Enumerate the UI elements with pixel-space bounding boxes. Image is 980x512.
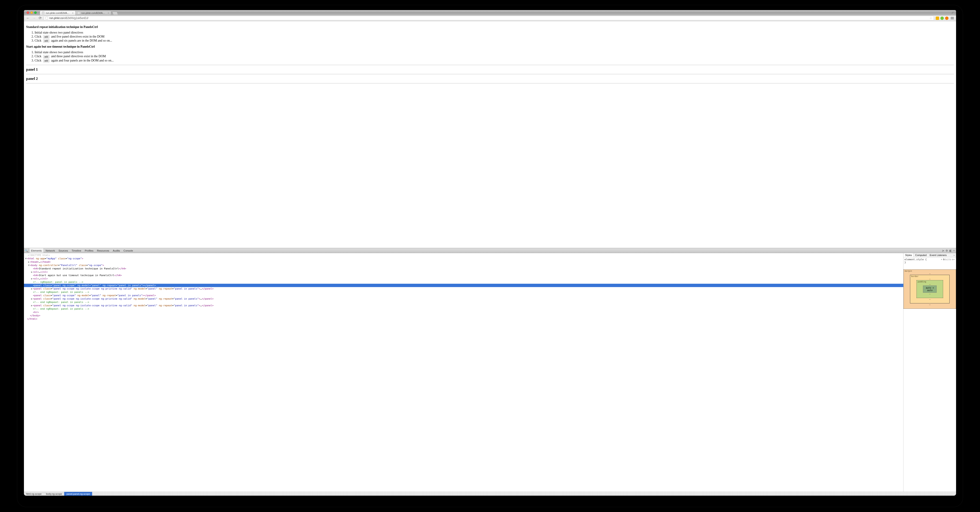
list-text: again and four panels are in the DOM and…: [51, 59, 114, 62]
elements-node[interactable]: <h4>Standard repeat initialization techn…: [24, 267, 904, 270]
elements-node[interactable]: ▶<panel class="panel ng-scope ng-isolate…: [24, 287, 904, 291]
elements-node[interactable]: <hr>: [24, 310, 904, 314]
toggle-state-icon[interactable]: �ósito: [943, 258, 951, 261]
panel-heading-1: panel 1: [26, 67, 954, 72]
window-minimize-button[interactable]: [30, 11, 33, 14]
close-icon[interactable]: ×: [72, 12, 73, 14]
crumb-panel[interactable]: panel.panel.ng-scope: [64, 492, 92, 496]
list-item: Initial state shows two panel directives: [35, 31, 954, 35]
dock-icon[interactable]: ◧: [949, 249, 952, 252]
dash: –: [929, 298, 931, 301]
elements-node[interactable]: <!-- end ngRepeat: panel in panels -->: [24, 301, 904, 304]
elements-node[interactable]: ▼<html ng-app="myApp" class="ng-scope">: [24, 257, 904, 260]
chrome-menu-button[interactable]: [950, 16, 954, 20]
elements-node[interactable]: <!-- end ngRepeat: panel in panels -->: [24, 291, 904, 294]
box-model-content[interactable]: auto × auto: [923, 286, 937, 293]
elements-node[interactable]: <!-- end ngRepeat: panel in panels -->: [24, 307, 904, 310]
page-body: Standard repeat initialization technique…: [24, 21, 956, 89]
add-button[interactable]: add: [43, 39, 50, 43]
list-text: Click: [35, 35, 41, 38]
box-model-padding[interactable]: padding – auto × auto –: [916, 280, 943, 298]
panel-heading-2: panel 2: [26, 76, 954, 81]
list-text: Initial state shows two panel directives: [35, 51, 83, 54]
traffic-lights: [26, 11, 40, 15]
elements-node[interactable]: ▼<body ng-controller="PanelsCtrl" class=…: [24, 264, 904, 267]
styles-tab-styles[interactable]: Styles: [904, 253, 913, 257]
tab-sources[interactable]: Sources: [57, 248, 70, 253]
elements-node[interactable]: </html>: [24, 317, 904, 321]
elements-node[interactable]: <!-- ngRepeat: panel in panels -->: [24, 280, 904, 284]
tab-timeline[interactable]: Timeline: [70, 248, 83, 253]
gear-icon[interactable]: ⚙: [945, 249, 948, 252]
devtools-body: <!DOCTYPE html>▼<html ng-app="myApp" cla…: [24, 253, 956, 492]
elements-node[interactable]: ▶<panel class="panel ng-scope ng-isolate…: [24, 297, 904, 301]
fullscreen-icon[interactable]: ⤢: [951, 11, 954, 15]
add-button[interactable]: add: [43, 35, 50, 38]
back-button[interactable]: ←: [26, 16, 30, 20]
divider: [26, 65, 954, 65]
heading-standard: Standard repeat initialization technique…: [26, 25, 954, 29]
elements-node[interactable]: <panel class="panel ng-scope" ng-model="…: [24, 284, 904, 287]
extension-icon[interactable]: [945, 16, 948, 20]
gear-icon[interactable]: ⚙▾: [951, 258, 955, 261]
page-viewport[interactable]: Standard repeat initialization technique…: [24, 21, 956, 248]
window-close-button[interactable]: [27, 11, 29, 14]
reload-button[interactable]: ⟳: [38, 16, 42, 20]
browser-tab-1[interactable]: run.plnkr.co/oB2kfAVg1sk… ×: [40, 11, 76, 15]
url-path: /oB2kfAVg1sk5onDJ/: [63, 16, 89, 20]
dash: –: [929, 293, 931, 295]
elements-node[interactable]: </body>: [24, 314, 904, 317]
elements-node[interactable]: ▶<head>…</head>: [24, 260, 904, 264]
new-tab-button[interactable]: [112, 12, 118, 15]
label-padding: padding: [918, 281, 926, 283]
tab-resources[interactable]: Resources: [95, 248, 111, 253]
list-text: and five panel directives exist in the D…: [51, 35, 105, 38]
box-model-border[interactable]: border – padding – auto × auto –: [910, 275, 950, 304]
browser-tab-2-title: run.plnkr.co/oB2kfAVg1sk…: [81, 12, 107, 14]
close-icon[interactable]: ×: [953, 249, 955, 252]
url-host: run.plnkr.co: [49, 16, 63, 20]
bookmark-star-icon[interactable]: ☆: [929, 16, 932, 20]
tab-profiles[interactable]: Profiles: [83, 248, 95, 253]
elements-node[interactable]: ▶<ol>…</ol>: [24, 270, 904, 273]
styles-tab-event-listeners[interactable]: Event Listeners: [928, 253, 948, 257]
crumb-html[interactable]: html.ng-scope: [24, 492, 44, 496]
tab-audits[interactable]: Audits: [111, 248, 122, 253]
browser-tabs: run.plnkr.co/oB2kfAVg1sk… × run.plnkr.co…: [40, 10, 118, 15]
dash: –: [929, 272, 931, 275]
list-item: Initial state shows two panel directives: [35, 50, 954, 54]
add-button[interactable]: add: [43, 55, 50, 58]
elements-node[interactable]: ▶<ol>…</ol>: [24, 277, 904, 280]
tab-elements[interactable]: Elements: [29, 248, 44, 253]
elements-node[interactable]: <h4>Start again but use timeout techniqu…: [24, 273, 904, 277]
extension-icon[interactable]: [940, 16, 944, 20]
forward-button[interactable]: →: [32, 16, 37, 20]
console-drawer-icon[interactable]: ≽: [942, 249, 944, 252]
elements-tree[interactable]: <!DOCTYPE html>▼<html ng-app="myApp" cla…: [24, 253, 904, 492]
screen: run.plnkr.co/oB2kfAVg1sk… × run.plnkr.co…: [24, 10, 956, 496]
more-icon[interactable]: »: [952, 253, 956, 257]
crumb-body[interactable]: body.ng-scope: [44, 492, 64, 496]
add-button[interactable]: add: [43, 59, 50, 62]
style-rule-close: }: [904, 261, 906, 264]
page-icon: [45, 17, 48, 19]
address-bar[interactable]: run.plnkr.co/oB2kfAVg1sk5onDJ/ ☆: [44, 16, 934, 20]
tab-network[interactable]: Network: [44, 248, 57, 253]
browser-tab-1-title: run.plnkr.co/oB2kfAVg1sk…: [46, 12, 71, 14]
elements-node[interactable]: <panel class="panel ng-scope" ng-model="…: [24, 294, 904, 297]
extension-icon[interactable]: [936, 16, 939, 20]
search-icon[interactable]: 🔍: [24, 248, 29, 253]
list-item: Click add again and four panels are in t…: [35, 59, 954, 63]
tab-console[interactable]: Console: [122, 248, 135, 253]
box-model-margin[interactable]: margin – border – padding – auto × auto: [904, 269, 956, 309]
list-text: Click: [35, 54, 41, 58]
close-icon[interactable]: ×: [108, 12, 109, 14]
style-rule-selector[interactable]: element.style {: [904, 258, 940, 261]
styles-tab-computed[interactable]: Computed: [913, 253, 928, 257]
device-frame: run.plnkr.co/oB2kfAVg1sk… × run.plnkr.co…: [17, 5, 963, 507]
elements-node[interactable]: <!DOCTYPE html>: [24, 254, 904, 257]
elements-node[interactable]: ▶<panel class="panel ng-scope ng-isolate…: [24, 304, 904, 307]
browser-tab-2[interactable]: run.plnkr.co/oB2kfAVg1sk… ×: [75, 11, 111, 15]
window-zoom-button[interactable]: [34, 11, 37, 14]
new-rule-icon[interactable]: +: [940, 258, 943, 261]
